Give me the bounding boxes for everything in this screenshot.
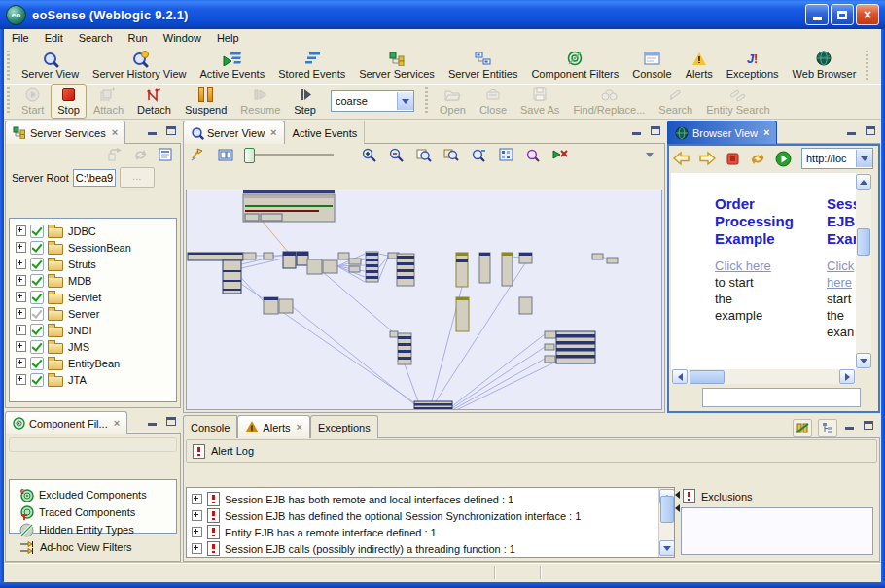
tab-console[interactable]: Console (183, 415, 237, 438)
attach-button[interactable]: Attach (87, 84, 130, 119)
chevron-down-icon[interactable] (397, 92, 413, 110)
view-menu-icon[interactable] (641, 147, 658, 163)
minimize-view-button[interactable] (630, 124, 643, 136)
refresh-icon[interactable] (131, 147, 149, 163)
tab-server-services[interactable]: Server Services × (5, 121, 125, 144)
alert-row[interactable]: Session EJB has both remote and local in… (187, 491, 674, 507)
tree-item-entitybean[interactable]: EntityBean (16, 355, 176, 371)
menu-edit[interactable]: Edit (37, 31, 71, 45)
click-here-link[interactable]: here (827, 275, 852, 290)
menu-file[interactable]: File (4, 31, 37, 45)
list-item-excluded-components[interactable]: € Excluded Components (19, 486, 176, 503)
tree-item-jndi[interactable]: JNDI (16, 322, 176, 338)
server-services-button[interactable]: Server Services (352, 47, 442, 84)
expand-icon[interactable] (16, 341, 26, 352)
back-button[interactable] (673, 151, 690, 167)
tree-item-server[interactable]: Server (16, 305, 176, 322)
forward-button[interactable] (698, 151, 716, 167)
checkbox[interactable] (30, 291, 44, 304)
click-here-link[interactable]: Click (827, 259, 854, 273)
browse-button[interactable]: ... (120, 167, 155, 188)
menu-run[interactable]: Run (121, 31, 156, 45)
scrollbar-thumb[interactable] (690, 370, 725, 384)
expand-icon[interactable] (192, 510, 202, 521)
maximize-view-button[interactable] (649, 124, 661, 136)
list-item-adhoc-view-filters[interactable]: Ad-hoc View Filters (19, 538, 176, 556)
toolbar-grip[interactable] (6, 87, 11, 115)
server-view-button[interactable]: Server View (15, 47, 86, 84)
checkbox[interactable] (30, 340, 44, 354)
expand-icon[interactable] (16, 325, 26, 335)
topology-canvas[interactable] (186, 190, 662, 410)
checkbox[interactable] (30, 258, 44, 271)
expand-icon[interactable] (16, 292, 26, 302)
horizontal-scrollbar[interactable] (671, 369, 856, 384)
scroll-down-button[interactable] (856, 353, 871, 368)
maximize-button[interactable] (831, 4, 854, 25)
topology-graph[interactable] (187, 190, 662, 410)
vertical-scrollbar[interactable] (856, 173, 871, 369)
toolbar-grip[interactable] (6, 51, 11, 80)
tree-item-jms[interactable]: JMS (16, 338, 176, 355)
checkbox[interactable] (30, 324, 44, 337)
expand-icon[interactable] (16, 358, 26, 368)
checkbox[interactable] (30, 357, 44, 370)
list-item-traced-components[interactable]: Traced Components (19, 503, 176, 521)
grid-icon[interactable] (497, 147, 514, 163)
checkbox[interactable] (30, 373, 44, 387)
expand-icon[interactable] (16, 259, 26, 269)
tab-exceptions[interactable]: Exceptions (310, 415, 378, 438)
maximize-view-button[interactable] (862, 419, 874, 431)
zoom-fit-icon[interactable] (415, 147, 433, 163)
run-service-icon[interactable] (106, 147, 124, 163)
collapse-left-icon[interactable] (675, 491, 680, 499)
minimize-button[interactable] (805, 4, 829, 25)
minimize-view-button[interactable] (146, 415, 159, 427)
step-button[interactable]: Step (287, 84, 323, 119)
alert-row[interactable]: BMT Session EJB calls setRollbackOnly. O… (187, 557, 674, 558)
close-icon[interactable]: × (114, 418, 120, 429)
zoom-reset-icon[interactable] (470, 147, 487, 163)
close-icon[interactable]: × (112, 127, 118, 138)
component-filters-button[interactable]: Component Filters (524, 47, 625, 84)
start-button[interactable]: Start (15, 84, 51, 119)
maximize-view-button[interactable] (164, 415, 177, 427)
toolbar-grip[interactable] (865, 51, 869, 80)
vertical-scrollbar[interactable] (658, 488, 674, 557)
stop-load-button[interactable] (724, 151, 741, 167)
minimize-view-button[interactable] (843, 419, 856, 431)
inspect-icon[interactable] (524, 147, 542, 163)
url-combo[interactable]: http://loc (801, 148, 873, 169)
click-here-link[interactable]: Click here (715, 259, 771, 273)
scroll-up-button[interactable] (856, 174, 871, 190)
browser-status-field[interactable] (702, 388, 861, 407)
save-as-button[interactable]: Save As (513, 84, 566, 119)
checkbox[interactable] (30, 274, 44, 288)
checkbox[interactable] (30, 307, 44, 321)
minimize-view-button[interactable] (845, 124, 858, 136)
alert-row[interactable]: Session EJB calls (possibly indirectly) … (187, 540, 674, 557)
slider-thumb[interactable] (244, 148, 255, 163)
stop-button[interactable]: Stop (51, 84, 87, 119)
server-history-view-button[interactable]: Server History View (86, 47, 193, 84)
tree-item-mdb[interactable]: MDB (16, 272, 176, 289)
menu-search[interactable]: Search (71, 31, 121, 45)
granularity-select[interactable]: coarse (331, 90, 414, 112)
web-browser-button[interactable]: Web Browser (786, 47, 864, 84)
expand-icon[interactable] (192, 543, 202, 554)
active-events-button[interactable]: Active Events (194, 47, 272, 84)
scroll-right-button[interactable] (839, 369, 855, 384)
scroll-down-button[interactable] (659, 540, 675, 556)
tab-component-filters[interactable]: Component Fil... × (5, 411, 127, 434)
zoom-slider[interactable] (244, 148, 334, 161)
alerts-button[interactable]: Alerts (679, 47, 720, 84)
tree-item-servlet[interactable]: Servlet (16, 289, 176, 305)
overview-icon[interactable] (217, 147, 234, 163)
alert-row[interactable]: Entity EJB has a remote interface define… (187, 524, 674, 540)
expand-icon[interactable] (16, 275, 26, 286)
expand-icon[interactable] (16, 308, 26, 319)
expand-icon[interactable] (16, 242, 26, 253)
menu-window[interactable]: Window (156, 31, 209, 45)
expand-icon[interactable] (16, 225, 26, 236)
tree-item-jta[interactable]: JTA (16, 371, 176, 388)
